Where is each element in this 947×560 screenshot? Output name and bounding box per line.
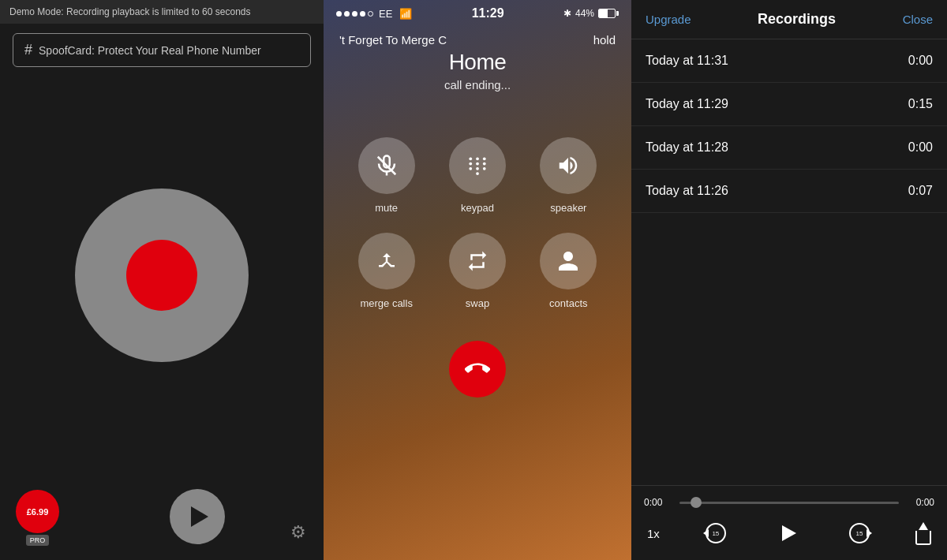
mute-button[interactable]: mute xyxy=(347,137,425,214)
share-box-icon xyxy=(915,531,931,545)
skip-forward-button[interactable]: 15 xyxy=(849,523,870,543)
wifi-icon: 📶 xyxy=(399,8,412,20)
skip-back-label: 15 xyxy=(712,530,719,537)
recording-time-0: Today at 11:31 xyxy=(646,54,728,68)
call-controls: mute keypad speaker xyxy=(324,114,631,325)
contacts-label: contacts xyxy=(549,297,587,309)
settings-icon[interactable]: ⚙ xyxy=(290,522,306,542)
pro-label: PRO xyxy=(26,535,50,546)
call-hold-label: hold xyxy=(593,33,616,47)
hash-icon: # xyxy=(24,42,32,58)
signal-dot-1 xyxy=(336,11,342,17)
record-area xyxy=(75,92,249,457)
status-right: ✱ 44% xyxy=(563,8,619,19)
signal-dot-2 xyxy=(344,11,350,17)
speaker-label: speaker xyxy=(550,202,586,214)
skip-back-icon: 15 xyxy=(706,523,726,543)
recording-time-3: Today at 11:26 xyxy=(646,184,728,198)
recordings-list: Today at 11:31 0:00 Today at 11:29 0:15 … xyxy=(631,39,947,485)
keypad-icon xyxy=(466,154,489,177)
playback-controls: 1x 15 15 xyxy=(644,517,934,549)
keypad-button[interactable]: keypad xyxy=(438,137,516,214)
merge-icon xyxy=(375,249,399,273)
price-badge[interactable]: £6.99 PRO xyxy=(16,490,59,546)
recording-time-2: Today at 11:28 xyxy=(646,140,728,155)
recording-duration-1: 0:15 xyxy=(908,97,933,111)
recording-duration-0: 0:00 xyxy=(908,54,933,68)
call-header-left: 't Forget To Merge C xyxy=(339,33,447,47)
contacts-icon xyxy=(556,249,580,273)
record-button[interactable] xyxy=(126,240,197,311)
swap-icon xyxy=(466,249,489,273)
battery-percent: 44% xyxy=(575,8,594,19)
spoofcard-label: SpoofCard: Protect Your Real Phone Numbe… xyxy=(39,44,261,57)
upgrade-button[interactable]: Upgrade xyxy=(646,13,691,26)
svg-point-9 xyxy=(483,167,486,170)
current-time: 0:00 xyxy=(644,497,672,508)
speed-button[interactable]: 1x xyxy=(647,527,660,540)
recording-item-0[interactable]: Today at 11:31 0:00 xyxy=(631,39,947,83)
mute-label: mute xyxy=(375,202,398,214)
play-pause-button[interactable] xyxy=(772,517,803,549)
svg-point-2 xyxy=(476,157,479,160)
recording-duration-3: 0:07 xyxy=(908,184,933,198)
mute-icon xyxy=(375,154,399,177)
settings-icon-wrap[interactable]: ⚙ xyxy=(290,522,306,543)
demo-banner: Demo Mode: Recording playback is limited… xyxy=(0,0,324,24)
svg-point-1 xyxy=(469,157,472,160)
svg-point-6 xyxy=(483,162,486,166)
end-call-icon xyxy=(465,357,490,382)
skip-forward-label: 15 xyxy=(855,530,863,537)
close-button[interactable]: Close xyxy=(903,13,933,26)
signal-dot-4 xyxy=(360,11,365,17)
merge-calls-button[interactable]: merge calls xyxy=(347,233,425,309)
progress-track[interactable] xyxy=(679,502,899,504)
signal-indicators: EE 📶 xyxy=(336,8,412,20)
signal-dot-5 xyxy=(368,11,373,17)
play-pause-icon xyxy=(782,525,796,541)
spoofcard-banner[interactable]: # SpoofCard: Protect Your Real Phone Num… xyxy=(13,33,311,67)
svg-point-8 xyxy=(476,167,479,170)
svg-point-10 xyxy=(476,172,479,175)
signal-dot-3 xyxy=(352,11,357,17)
skip-back-button[interactable]: 15 xyxy=(706,523,726,543)
swap-button[interactable]: swap xyxy=(438,233,516,309)
call-header-top: 't Forget To Merge C hold xyxy=(331,33,623,47)
end-call-area xyxy=(324,341,631,398)
svg-point-3 xyxy=(483,157,486,160)
progress-knob[interactable] xyxy=(691,497,702,508)
play-triangle-icon xyxy=(191,506,208,527)
keypad-label: keypad xyxy=(461,202,494,214)
speaker-icon xyxy=(556,154,580,177)
svg-point-7 xyxy=(469,167,472,170)
recordings-header: Upgrade Recordings Close xyxy=(631,0,947,39)
swap-circle xyxy=(449,233,506,289)
end-call-button[interactable] xyxy=(449,341,506,398)
price-text: £6.99 xyxy=(27,507,49,517)
svg-point-4 xyxy=(469,162,472,166)
keypad-circle xyxy=(449,137,506,194)
call-header: 't Forget To Merge C hold Home call endi… xyxy=(324,27,631,98)
left-panel: Demo Mode: Recording playback is limited… xyxy=(0,0,324,560)
speaker-button[interactable]: speaker xyxy=(530,137,608,214)
recording-item-3[interactable]: Today at 11:26 0:07 xyxy=(631,170,947,213)
contacts-button[interactable]: contacts xyxy=(530,233,608,309)
phone-screen: EE 📶 11:29 ✱ 44% 't Forget To Merge C ho… xyxy=(324,0,631,560)
record-outer-circle[interactable] xyxy=(75,189,249,362)
recording-item-1[interactable]: Today at 11:29 0:15 xyxy=(631,83,947,126)
progress-row: 0:00 0:00 xyxy=(644,497,934,508)
mute-circle xyxy=(358,137,415,194)
recording-time-1: Today at 11:29 xyxy=(646,97,728,111)
contacts-circle xyxy=(540,233,597,289)
recordings-title: Recordings xyxy=(758,11,836,28)
status-bar: EE 📶 11:29 ✱ 44% xyxy=(324,0,631,27)
merge-circle xyxy=(358,233,415,289)
clock-display: 11:29 xyxy=(472,6,504,21)
play-button[interactable] xyxy=(170,489,225,544)
call-name: Home xyxy=(331,47,623,78)
carrier-name: EE xyxy=(379,8,392,20)
battery-icon xyxy=(598,9,619,18)
recording-item-2[interactable]: Today at 11:28 0:00 xyxy=(631,126,947,170)
share-button[interactable] xyxy=(915,522,931,545)
skip-forward-icon: 15 xyxy=(849,523,870,543)
